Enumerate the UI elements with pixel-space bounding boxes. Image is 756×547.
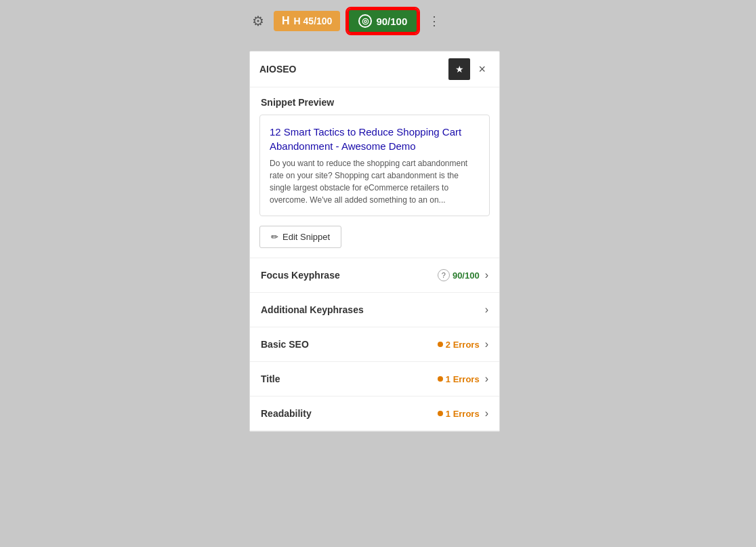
star-button[interactable]: ★ bbox=[448, 58, 470, 80]
title-label: Title bbox=[261, 373, 438, 384]
chevron-right-icon: › bbox=[485, 338, 488, 350]
close-icon: × bbox=[478, 62, 486, 76]
chevron-right-icon: › bbox=[485, 304, 488, 316]
panel-header-actions: ★ × bbox=[448, 58, 490, 80]
additional-keyphrases-row[interactable]: Additional Keyphrases › bbox=[250, 293, 499, 327]
gear-button[interactable]: ⚙ bbox=[249, 10, 267, 32]
error-dot-icon bbox=[438, 376, 443, 382]
title-row[interactable]: Title 1 Errors › bbox=[250, 362, 499, 397]
snippet-preview-title: Snippet Preview bbox=[250, 87, 499, 115]
panel-header: AIOSEO ★ × bbox=[250, 52, 499, 87]
additional-keyphrases-label: Additional Keyphrases bbox=[261, 304, 485, 315]
edit-snippet-button[interactable]: ✏ Edit Snippet bbox=[259, 226, 341, 248]
close-button[interactable]: × bbox=[474, 61, 490, 78]
edit-snippet-label: Edit Snippet bbox=[282, 232, 330, 242]
aioseo-panel: AIOSEO ★ × Snippet Preview 12 Smart Tact… bbox=[249, 51, 500, 432]
edit-icon: ✏ bbox=[271, 232, 278, 242]
readability-status: 1 Errors bbox=[446, 409, 480, 419]
chevron-right-icon: › bbox=[485, 269, 488, 281]
h-icon: H bbox=[282, 15, 290, 27]
star-icon: ★ bbox=[455, 64, 464, 75]
help-icon[interactable]: ? bbox=[438, 269, 450, 281]
readability-label: Readability bbox=[261, 408, 438, 419]
panel-title: AIOSEO bbox=[259, 64, 296, 75]
error-dot-icon bbox=[438, 411, 443, 416]
snippet-description: Do you want to reduce the shopping cart … bbox=[270, 157, 480, 206]
focus-keyphrase-row[interactable]: Focus Keyphrase ? 90/100 › bbox=[250, 258, 499, 293]
seo-score-value: 90/100 bbox=[376, 16, 407, 27]
h-score-value: H 45/100 bbox=[294, 16, 333, 26]
snippet-title[interactable]: 12 Smart Tactics to Reduce Shopping Cart… bbox=[270, 125, 480, 153]
chevron-right-icon: › bbox=[485, 407, 488, 420]
focus-keyphrase-score: 90/100 bbox=[453, 270, 480, 281]
chevron-right-icon: › bbox=[485, 373, 488, 385]
snippet-preview-box: 12 Smart Tactics to Reduce Shopping Cart… bbox=[259, 115, 490, 216]
focus-keyphrase-label: Focus Keyphrase bbox=[261, 270, 434, 281]
h-score-badge: H H 45/100 bbox=[274, 11, 340, 31]
toolbar: ⚙ H H 45/100 ◎ 90/100 ⋮ bbox=[249, 8, 443, 34]
basic-seo-label: Basic SEO bbox=[261, 339, 438, 350]
gear-icon: ⚙ bbox=[252, 14, 264, 28]
seo-score-icon: ◎ bbox=[358, 14, 372, 28]
basic-seo-row[interactable]: Basic SEO 2 Errors › bbox=[250, 327, 499, 362]
dots-icon: ⋮ bbox=[428, 14, 440, 28]
title-status: 1 Errors bbox=[446, 374, 480, 384]
basic-seo-status: 2 Errors bbox=[446, 340, 480, 350]
seo-score-badge: ◎ 90/100 bbox=[347, 8, 419, 34]
error-dot-icon bbox=[438, 342, 443, 347]
more-options-button[interactable]: ⋮ bbox=[425, 11, 443, 31]
readability-row[interactable]: Readability 1 Errors › bbox=[250, 397, 499, 431]
